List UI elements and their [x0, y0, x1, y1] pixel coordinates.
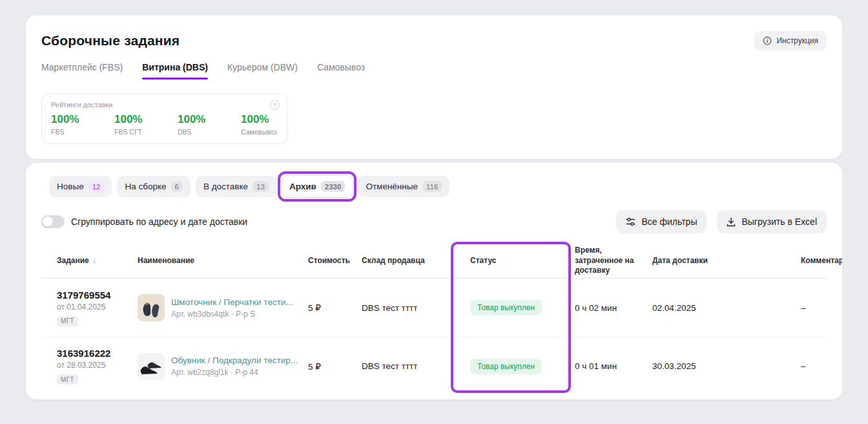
toolbar: Сгруппировать по адресу и дате доставки …: [41, 210, 827, 233]
export-excel-button[interactable]: Выгрузить в Excel: [717, 210, 827, 233]
orders-card: Новые 12 На сборке 6 В доставке 13 Архив…: [26, 163, 842, 399]
ratings-title: Рейтинги доставки: [51, 101, 278, 109]
task-id: 3179769554: [57, 290, 138, 301]
instruction-button-label: Инструкция: [776, 36, 818, 45]
instruction-button[interactable]: Инструкция: [754, 31, 827, 50]
all-filters-label: Все фильтры: [641, 217, 697, 227]
pill-count: 13: [253, 181, 269, 192]
tab-courier-dbw[interactable]: Курьером (DBW): [227, 62, 298, 80]
table-row[interactable]: 3179769554 от 01.04.2025 МГТ Шмоточник /…: [41, 279, 827, 337]
header-name: Наименование: [138, 256, 308, 266]
delivery-type-tabs: Маркетплейс (FBS) Витрина (DBS) Курьером…: [41, 62, 827, 80]
delivery-ratings-card: Рейтинги доставки ? 100% FBS 100% FBS СГ…: [41, 94, 288, 144]
delivery-time-cell: 0 ч 02 мин: [575, 303, 652, 313]
rating-fbs-sgt: 100% FBS СГТ: [114, 113, 178, 136]
pill-label: Отменённые: [366, 182, 418, 191]
rating-label: FBS СГТ: [114, 128, 178, 136]
pill-count: 116: [422, 181, 442, 192]
info-icon: [763, 36, 772, 45]
group-toggle-label: Сгруппировать по адресу и дате доставки: [71, 217, 247, 227]
pill-label: На сборке: [125, 182, 166, 191]
rating-value: 100%: [51, 113, 114, 126]
task-cell: 3179769554 от 01.04.2025 МГТ: [41, 290, 138, 326]
header-price: Стоимость: [308, 256, 362, 266]
pill-count: 2330: [321, 181, 346, 192]
all-filters-button[interactable]: Все фильтры: [616, 210, 707, 233]
assembly-tasks-page: Сборочные задания Инструкция Маркетплейс…: [0, 0, 868, 424]
header-card: Сборочные задания Инструкция Маркетплейс…: [26, 16, 842, 159]
status-filter-pills: Новые 12 На сборке 6 В доставке 13 Архив…: [49, 176, 827, 197]
rating-pickup: 100% Самовывоз: [241, 113, 277, 136]
header-warehouse: Склад продавца: [362, 256, 464, 266]
pill-count: 12: [88, 181, 105, 192]
rating-label: DBS: [178, 128, 241, 136]
status-badge: Товар выкуплен: [470, 300, 542, 315]
pill-archive[interactable]: Архив 2330: [282, 176, 353, 197]
task-date: от 01.04.2025: [57, 302, 138, 312]
product-info: Обувник / Подкрадули тестир... Арт. wb2z…: [171, 355, 298, 377]
comment-cell: –: [801, 303, 842, 313]
delivery-date-cell: 02.04.2025: [652, 303, 801, 313]
pill-cancelled[interactable]: Отменённые 116: [358, 176, 450, 197]
pill-label: Новые: [57, 182, 84, 191]
task-date: от 28.03.2025: [57, 361, 138, 370]
price-cell: 5 ₽: [308, 361, 362, 372]
rating-value: 100%: [114, 113, 178, 126]
task-cell: 3163916222 от 28.03.2025 МГТ: [41, 348, 138, 385]
product-cell: Шмоточник / Перчатки тести... Арт. wb3db…: [138, 294, 308, 321]
ratings-row: 100% FBS 100% FBS СГТ 100% DBS 100% Само…: [51, 113, 278, 136]
sort-desc-icon[interactable]: ↓: [92, 256, 96, 266]
pill-new[interactable]: Новые 12: [49, 176, 112, 197]
delivery-time-cell: 0 ч 01 мин: [575, 361, 652, 371]
comment-cell: –: [801, 361, 842, 371]
pill-count: 6: [171, 181, 183, 192]
product-image: [138, 353, 165, 380]
rating-value: 100%: [178, 113, 241, 126]
filters-icon: [626, 217, 636, 226]
pill-assembling[interactable]: На сборке 6: [117, 176, 190, 197]
price-cell: 5 ₽: [308, 302, 362, 313]
product-article: Арт. wb2zq8gl1k · Р-р 44: [171, 368, 298, 377]
header-status: Статус: [464, 256, 575, 266]
task-tag-badge: МГТ: [57, 316, 78, 326]
rating-label: Самовывоз: [241, 128, 277, 136]
title-row: Сборочные задания Инструкция: [41, 31, 827, 50]
product-link[interactable]: Шмоточник / Перчатки тести...: [171, 297, 293, 307]
product-article: Арт. wb3dbs4qtk · Р-р S: [171, 310, 293, 319]
rating-dbs: 100% DBS: [178, 113, 241, 136]
product-image: [138, 294, 165, 321]
rating-value: 100%: [241, 113, 277, 126]
header-delivery-date: Дата доставки: [652, 256, 801, 266]
rating-label: FBS: [51, 128, 114, 136]
task-id: 3163916222: [57, 348, 138, 359]
header-comment: Комментарий: [801, 256, 842, 266]
tab-marketplace-fbs[interactable]: Маркетплейс (FBS): [41, 62, 123, 80]
pill-in-delivery[interactable]: В доставке 13: [196, 176, 276, 197]
tab-pickup[interactable]: Самовывоз: [317, 62, 365, 80]
export-excel-label: Выгрузить в Excel: [741, 217, 817, 227]
status-cell: Товар выкуплен: [464, 300, 575, 315]
group-by-address-toggle[interactable]: [41, 215, 65, 228]
page-title: Сборочные задания: [41, 33, 180, 48]
table-row[interactable]: 3163916222 от 28.03.2025 МГТ Обувник / П…: [41, 337, 827, 395]
status-cell: Товар выкуплен: [464, 359, 575, 374]
download-icon: [727, 217, 736, 227]
task-tag-badge: МГТ: [57, 374, 78, 385]
pill-label: В доставке: [203, 182, 248, 191]
delivery-date-cell: 30.03.2025: [652, 361, 801, 371]
tab-vitrina-dbs[interactable]: Витрина (DBS): [142, 62, 208, 80]
rating-fbs: 100% FBS: [51, 113, 114, 136]
toolbar-actions: Все фильтры Выгрузить в Excel: [616, 210, 827, 233]
help-icon[interactable]: ?: [270, 100, 280, 110]
status-badge: Товар выкуплен: [470, 359, 542, 374]
product-cell: Обувник / Подкрадули тестир... Арт. wb2z…: [138, 353, 308, 380]
product-info: Шмоточник / Перчатки тести... Арт. wb3db…: [171, 297, 293, 319]
orders-table: Задание ↓ Наименование Стоимость Склад п…: [41, 244, 827, 395]
product-link[interactable]: Обувник / Подкрадули тестир...: [171, 355, 298, 365]
pill-label: Архив: [289, 182, 316, 191]
header-delivery-time: Время, затраченное на доставку: [575, 246, 652, 276]
header-task: Задание ↓: [41, 256, 138, 266]
warehouse-cell: DBS тест тттт: [362, 361, 464, 371]
warehouse-cell: DBS тест тттт: [362, 303, 464, 313]
table-header-row: Задание ↓ Наименование Стоимость Склад п…: [41, 244, 827, 279]
